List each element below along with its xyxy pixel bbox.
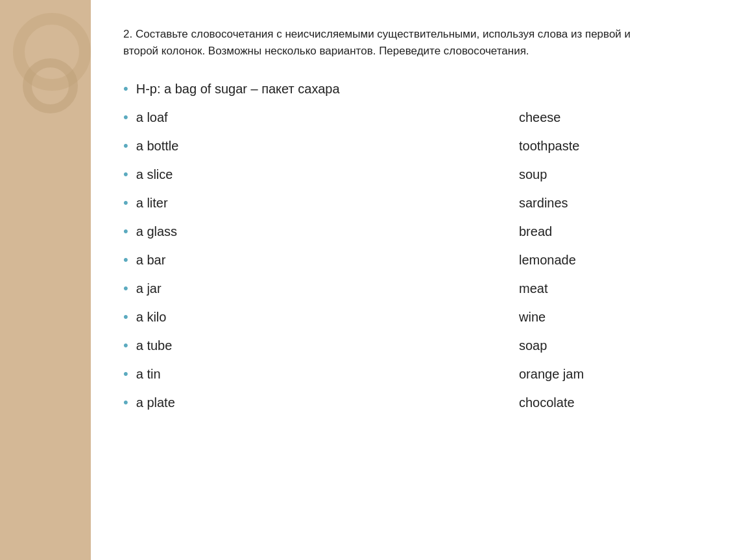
list-bullet: • — [123, 362, 128, 385]
list-item: •a jarmeat — [123, 277, 707, 305]
list-item: •a slicesoup — [123, 163, 707, 191]
left-word: a plate — [136, 392, 279, 413]
circle-inner — [23, 58, 78, 113]
list-bullet: • — [123, 106, 128, 128]
list-item: •a glassbread — [123, 220, 707, 248]
list-bullet: • — [123, 191, 128, 214]
instruction-text: 2. Составьте словосочетания с неисчисляе… — [123, 26, 655, 59]
left-word: a jar — [136, 278, 279, 299]
example-bullet: • — [123, 77, 128, 100]
right-word: toothpaste — [499, 135, 707, 156]
example-content: a bag of sugar – пакет сахара — [161, 82, 340, 96]
rows-container: •a loafcheese•a bottletoothpaste•a slice… — [123, 106, 707, 419]
list-item: •a kilowine — [123, 305, 707, 334]
list-item: •a tubesoap — [123, 334, 707, 362]
list-bullet: • — [123, 277, 128, 299]
list-bullet: • — [123, 334, 128, 356]
left-word: a tube — [136, 335, 279, 356]
list-bullet: • — [123, 220, 128, 242]
right-word: sardines — [499, 192, 707, 213]
right-word: chocolate — [499, 392, 707, 413]
left-word: a glass — [136, 221, 279, 242]
right-word: soup — [499, 164, 707, 185]
left-word: a slice — [136, 164, 279, 185]
list-item: •a litersardines — [123, 191, 707, 220]
list-item: •a loafcheese — [123, 106, 707, 134]
left-word: a kilo — [136, 307, 279, 327]
list-bullet: • — [123, 248, 128, 271]
right-word: meat — [499, 278, 707, 299]
right-word: cheese — [499, 107, 707, 128]
left-word: a tin — [136, 364, 279, 384]
left-word: a liter — [136, 192, 279, 213]
main-content: 2. Составьте словосочетания с неисчисляе… — [91, 0, 746, 560]
list-bullet: • — [123, 134, 128, 157]
example-item: • Н-р: a bag of sugar – пакет сахара — [123, 77, 707, 106]
right-word: lemonade — [499, 250, 707, 270]
right-word: bread — [499, 221, 707, 242]
sidebar — [0, 0, 91, 560]
left-word: a loaf — [136, 107, 279, 128]
exercise-list: • Н-р: a bag of sugar – пакет сахара — [123, 77, 707, 106]
list-item: •a barlemonade — [123, 248, 707, 277]
list-item: •a bottletoothpaste — [123, 134, 707, 163]
list-item: •a platechocolate — [123, 391, 707, 419]
left-word: a bar — [136, 250, 279, 270]
list-bullet: • — [123, 305, 128, 328]
right-word: soap — [499, 335, 707, 356]
right-word: wine — [499, 307, 707, 327]
left-word: a bottle — [136, 135, 279, 156]
example-label: Н-р: — [136, 82, 161, 96]
list-bullet: • — [123, 163, 128, 185]
list-bullet: • — [123, 391, 128, 414]
example-text: Н-р: a bag of sugar – пакет сахара — [136, 78, 340, 99]
right-word: orange jam — [499, 364, 707, 384]
list-item: •a tinorange jam — [123, 362, 707, 391]
